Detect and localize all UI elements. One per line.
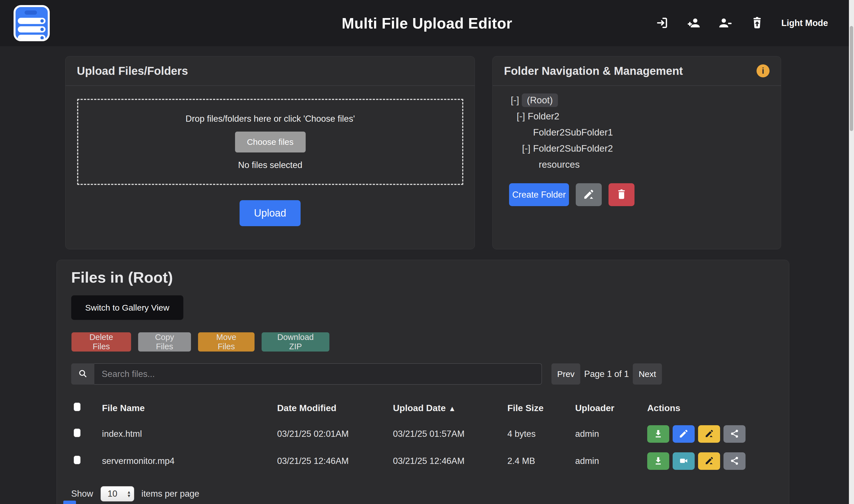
show-label: Show	[71, 489, 93, 499]
tree-item-folder2subfolder1[interactable]: Folder2SubFolder1	[493, 124, 781, 140]
tree-item-folder2[interactable]: [-] Folder2	[493, 108, 781, 124]
column-header-date-modified[interactable]: Date Modified	[277, 403, 393, 413]
items-per-page-suffix: items per page	[142, 489, 199, 499]
delete-files-button[interactable]: Delete Files	[71, 332, 131, 352]
light-mode-toggle[interactable]: Light Mode	[781, 18, 828, 28]
create-folder-button[interactable]: Create Folder	[509, 183, 569, 206]
table-header-row: File Name Date Modified Upload Date▲ Fil…	[57, 396, 789, 420]
file-size: 4 bytes	[508, 429, 575, 439]
person-add-icon	[687, 16, 700, 31]
folder-panel-header: Folder Navigation & Management i	[493, 56, 781, 86]
edit-folder-icon	[583, 188, 595, 201]
play-video-button[interactable]	[673, 452, 695, 470]
rename-folder-button[interactable]	[576, 183, 602, 206]
upload-panel-title: Upload Files/Folders	[77, 65, 188, 77]
row-checkbox[interactable]	[74, 429, 81, 437]
tree-item-folder2subfolder2[interactable]: [-] Folder2SubFolder2	[493, 140, 781, 157]
tree-item-resources[interactable]: resources	[493, 157, 781, 173]
no-files-text: No files selected	[238, 160, 302, 170]
info-icon[interactable]: i	[757, 65, 769, 77]
items-per-page-stepper[interactable]: 10 ▲▼	[101, 486, 134, 502]
search-row: Prev Page 1 of 1 Next	[71, 363, 789, 384]
trash-button[interactable]	[750, 16, 764, 31]
copy-files-button[interactable]: Copy Files	[138, 332, 191, 352]
video-camera-icon	[679, 456, 689, 467]
column-header-actions: Actions	[647, 403, 789, 413]
rename-file-button[interactable]	[698, 425, 720, 443]
upload-panel-header: Upload Files/Folders	[66, 56, 475, 86]
bulk-actions: Delete Files Copy Files Move Files Downl…	[71, 332, 789, 352]
row-checkbox[interactable]	[74, 456, 81, 464]
tree-item-label[interactable]: Folder2SubFolder1	[533, 127, 613, 138]
uploader: admin	[575, 429, 647, 439]
tree-item-label[interactable]: (Root)	[522, 93, 558, 107]
app-header: Multi File Upload Editor	[0, 0, 854, 46]
trash-restore-icon	[750, 16, 764, 31]
remove-user-button[interactable]	[718, 16, 733, 31]
items-per-page-control: Show 10 ▲▼ items per page	[71, 486, 789, 502]
upload-panel: Upload Files/Folders Drop files/folders …	[65, 56, 475, 249]
column-header-uploader[interactable]: Uploader	[575, 403, 647, 413]
share-button[interactable]	[724, 452, 746, 470]
table-row: servermonitor.mp4 03/21/25 12:46AM 03/21…	[57, 448, 789, 475]
rename-file-button[interactable]	[698, 452, 720, 470]
delete-folder-button[interactable]	[608, 183, 635, 206]
upload-button[interactable]: Upload	[239, 200, 301, 226]
upload-date: 03/21/25 01:57AM	[393, 429, 508, 439]
table-row: index.html 03/21/25 02:01AM 03/21/25 01:…	[57, 420, 789, 448]
row-actions	[647, 452, 789, 470]
file-dropzone[interactable]: Drop files/folders here or click 'Choose…	[77, 99, 463, 185]
search-icon	[78, 368, 88, 380]
file-name: index.html	[102, 429, 277, 439]
login-button[interactable]	[655, 16, 670, 31]
date-modified: 03/21/25 02:01AM	[277, 429, 393, 439]
tree-item-root[interactable]: [-] (Root)	[493, 92, 781, 108]
select-all-checkbox[interactable]	[74, 403, 81, 411]
search-input[interactable]	[94, 363, 542, 384]
person-remove-icon	[719, 16, 732, 31]
tree-item-label[interactable]: Folder2SubFolder2	[533, 143, 613, 154]
upload-date: 03/21/25 12:46AM	[393, 456, 508, 466]
login-icon	[655, 16, 669, 31]
prev-page-button[interactable]: Prev	[551, 363, 580, 384]
choose-files-button[interactable]: Choose files	[235, 131, 306, 152]
column-header-file-name[interactable]: File Name	[102, 403, 277, 413]
download-button[interactable]	[647, 425, 669, 443]
tree-toggle-icon[interactable]: [-]	[511, 95, 522, 106]
search-icon-box	[71, 363, 94, 384]
add-user-button[interactable]	[687, 16, 701, 31]
page-indicator: Page 1 of 1	[580, 369, 633, 379]
share-button[interactable]	[724, 425, 746, 443]
download-zip-button[interactable]: Download ZIP	[262, 332, 330, 352]
next-page-button[interactable]: Next	[633, 363, 662, 384]
rename-icon	[704, 429, 714, 439]
switch-gallery-view-button[interactable]: Switch to Gallery View	[71, 295, 183, 320]
move-files-button[interactable]: Move Files	[198, 332, 254, 352]
header-actions: Light Mode	[655, 0, 828, 46]
share-icon	[729, 456, 740, 467]
dropzone-hint: Drop files/folders here or click 'Choose…	[185, 114, 355, 124]
uploader: admin	[575, 456, 647, 466]
tree-toggle-icon[interactable]: [-]	[517, 111, 528, 122]
items-per-page-value: 10	[101, 489, 124, 499]
tree-toggle-icon[interactable]: [-]	[522, 143, 533, 154]
sort-ascending-icon: ▲	[449, 404, 456, 413]
share-icon	[729, 429, 740, 439]
file-name: servermonitor.mp4	[102, 456, 277, 466]
download-icon	[653, 456, 663, 467]
files-title: Files in (Root)	[71, 269, 789, 286]
edit-file-button[interactable]	[673, 425, 695, 443]
tree-item-label[interactable]: resources	[539, 159, 580, 170]
folder-tree: [-] (Root) [-] Folder2 Folder2SubFolder1…	[493, 86, 781, 173]
stepper-arrows-icon[interactable]: ▲▼	[124, 490, 134, 498]
files-panel: Files in (Root) Switch to Gallery View D…	[56, 260, 789, 504]
folder-actions: Create Folder	[509, 183, 781, 206]
column-header-file-size[interactable]: File Size	[508, 403, 575, 413]
download-button[interactable]	[647, 452, 669, 470]
tree-item-label[interactable]: Folder2	[528, 111, 559, 122]
column-header-upload-date[interactable]: Upload Date▲	[393, 403, 508, 413]
scrollbar-thumb[interactable]	[850, 26, 853, 131]
download-icon	[653, 429, 663, 439]
scrollbar-track[interactable]	[849, 0, 854, 504]
edit-pencil-icon	[679, 429, 689, 439]
